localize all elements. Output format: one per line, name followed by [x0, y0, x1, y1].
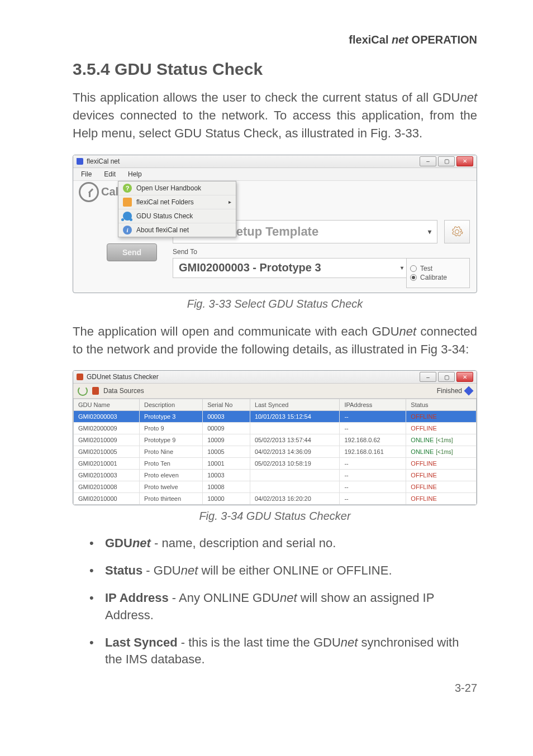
cell-synced — [250, 470, 340, 481]
send-button[interactable]: Send — [107, 243, 157, 261]
col-ip[interactable]: IPAddress — [340, 399, 406, 411]
table-row[interactable]: GMI02000009Proto 900009--OFFLINE — [74, 423, 477, 434]
bullet-synced: Last Synced - this is the last time the … — [89, 634, 477, 669]
cell-status: OFFLINE — [406, 481, 477, 493]
status-table: GDU Name Description Serial No Last Sync… — [73, 399, 477, 505]
cell-ip: 192.168.0.62 — [340, 434, 406, 446]
cell-status: OFFLINE — [406, 493, 477, 505]
maximize-button[interactable]: ▢ — [438, 156, 455, 166]
bullet-ip: IP Address - Any ONLINE GDUnet will show… — [89, 590, 477, 624]
table-row[interactable]: GMI02010005Proto Nine1000504/02/2013 14:… — [74, 446, 477, 458]
cell-name: GMI02000003 — [74, 411, 140, 423]
cell-desc: Proto twelve — [140, 481, 203, 493]
table-row[interactable]: GMI02000003Prototype 30000310/01/2013 15… — [74, 411, 477, 423]
send-label: Send — [122, 248, 141, 257]
help-item-about[interactable]: About flexiCal net — [118, 223, 236, 237]
cell-status: OFFLINE — [406, 411, 477, 423]
cell-desc: Proto eleven — [140, 470, 203, 481]
cell-serial: 10008 — [203, 481, 250, 493]
radio-icon — [410, 274, 417, 281]
cell-serial: 10003 — [203, 470, 250, 481]
cell-synced: 05/02/2013 13:57:44 — [250, 434, 340, 446]
table-row[interactable]: GMI02010000Proto thirteen1000004/02/2013… — [74, 493, 477, 505]
figure-caption-1: Fig. 3-33 Select GDU Status Check — [73, 298, 477, 310]
data-sources-label: Data Sources — [103, 387, 144, 395]
close-button[interactable]: ✕ — [456, 156, 473, 166]
help-item-handbook[interactable]: Open User Handbook — [118, 181, 236, 195]
table-row[interactable]: GMI02010003Proto eleven10003--OFFLINE — [74, 470, 477, 481]
mode-panel: Test Calibrate — [406, 258, 470, 288]
finished-label: Finished — [437, 387, 462, 395]
cell-desc: Prototype 9 — [140, 434, 203, 446]
cell-status: ONLINE[<1ms] — [406, 446, 477, 458]
cell-ip: -- — [340, 481, 406, 493]
radio-label: Calibrate — [420, 274, 447, 281]
cell-name: GMI02010009 — [74, 434, 140, 446]
screenshot-status-checker: GDUnet Status Checker – ▢ ✕ Data Sources… — [73, 370, 477, 505]
col-status[interactable]: Status — [406, 399, 477, 411]
cell-desc: Prototype 3 — [140, 411, 203, 423]
table-row[interactable]: GMI02010009Prototype 91000905/02/2013 13… — [74, 434, 477, 446]
col-description[interactable]: Description — [140, 399, 203, 411]
help-icon — [123, 184, 132, 193]
maximize-button[interactable]: ▢ — [438, 372, 455, 382]
gear-icon — [451, 226, 463, 238]
help-item-folders[interactable]: flexiCal net Folders ▸ — [118, 195, 236, 209]
product-variant: net — [392, 34, 408, 46]
col-serial[interactable]: Serial No — [203, 399, 250, 411]
help-item-label: flexiCal net Folders — [136, 198, 194, 206]
cell-ip: -- — [340, 493, 406, 505]
cal-label: Cal — [101, 185, 118, 198]
cell-serial: 10009 — [203, 434, 250, 446]
status-icon — [123, 212, 132, 221]
section-heading: 3.5.4 GDU Status Check — [73, 60, 477, 79]
folder-icon — [123, 198, 132, 207]
radio-calibrate[interactable]: Calibrate — [410, 274, 466, 281]
radio-icon — [410, 265, 417, 272]
cell-desc: Proto Nine — [140, 446, 203, 458]
window-titlebar: GDUnet Status Checker – ▢ ✕ — [73, 371, 477, 384]
minimize-button[interactable]: – — [420, 372, 436, 382]
cell-ip: 192.168.0.161 — [340, 446, 406, 458]
submenu-arrow-icon: ▸ — [229, 199, 231, 205]
cell-desc: Proto Ten — [140, 458, 203, 470]
refresh-icon[interactable] — [78, 386, 88, 396]
menu-help[interactable]: Help — [122, 169, 147, 179]
cell-serial: 10000 — [203, 493, 250, 505]
bullet-gdunet: GDUnet - name, description and serial no… — [89, 535, 477, 552]
bullet-text: - name, description and serial no. — [151, 536, 336, 550]
bullet-bold: IP Address — [105, 591, 169, 605]
radio-label: Test — [420, 265, 432, 272]
paragraph-2: The application will open and communicat… — [73, 323, 477, 358]
screenshot-help-menu: flexiCal net – ▢ ✕ File Edit Help Cal — [73, 155, 477, 293]
toolbar: Data Sources Finished — [73, 384, 477, 399]
table-row[interactable]: GMI02010008Proto twelve10008--OFFLINE — [74, 481, 477, 493]
cell-status: OFFLINE — [406, 458, 477, 470]
cell-synced: 05/02/2013 10:58:19 — [250, 458, 340, 470]
clock-icon — [79, 182, 99, 202]
col-last-synced[interactable]: Last Synced — [250, 399, 340, 411]
cell-serial: 00009 — [203, 423, 250, 434]
cell-ip: -- — [340, 458, 406, 470]
settings-button[interactable] — [444, 220, 470, 243]
col-gdu-name[interactable]: GDU Name — [74, 399, 140, 411]
menubar: File Edit Help — [73, 168, 477, 181]
menu-file[interactable]: File — [75, 169, 97, 179]
close-button[interactable]: ✕ — [456, 372, 473, 382]
app-icon — [77, 158, 83, 165]
menu-edit[interactable]: Edit — [98, 169, 121, 179]
help-item-label: Open User Handbook — [136, 184, 201, 192]
table-header-row: GDU Name Description Serial No Last Sync… — [74, 399, 477, 411]
minimize-button[interactable]: – — [420, 156, 436, 166]
info-icon — [123, 226, 132, 235]
help-item-status-check[interactable]: GDU Status Check — [118, 209, 236, 223]
help-item-label: About flexiCal net — [136, 226, 189, 234]
cell-name: GMI02000009 — [74, 423, 140, 434]
radio-test[interactable]: Test — [410, 265, 466, 272]
help-dropdown: Open User Handbook flexiCal net Folders … — [118, 181, 236, 237]
sendto-combo[interactable]: GMI02000003 - Prototype 3 ▾ — [173, 258, 410, 278]
cell-synced — [250, 481, 340, 493]
table-row[interactable]: GMI02010001Proto Ten1000105/02/2013 10:5… — [74, 458, 477, 470]
bullet-list: GDUnet - name, description and serial no… — [89, 535, 477, 668]
database-icon[interactable] — [92, 387, 99, 395]
